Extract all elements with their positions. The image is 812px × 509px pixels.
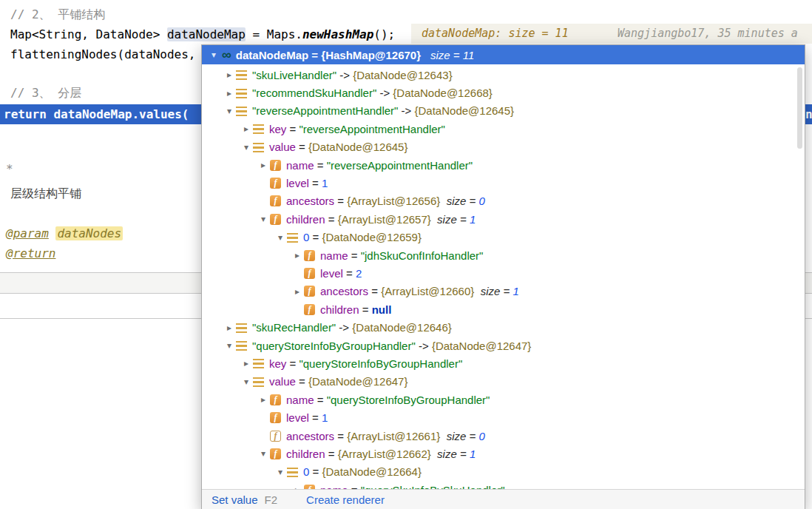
tree-row[interactable]: fchildren = null <box>202 300 805 318</box>
chevron-down-icon[interactable]: ▾ <box>223 340 236 351</box>
field-icon: f <box>270 160 281 171</box>
chevron-down-icon[interactable]: ▾ <box>207 50 220 60</box>
tree-row[interactable]: ▸"recommendSkuHandler" -> {DataNode@1266… <box>202 84 805 101</box>
tree-row-segment: {DataNode@12643} <box>353 69 453 81</box>
chevron-down-icon[interactable]: ▾ <box>274 467 287 477</box>
tree-row[interactable]: ▾"queryStoreInfoByGroupHandler" -> {Data… <box>202 337 805 354</box>
tree-row-segment: level <box>286 177 309 189</box>
tree-row[interactable]: ▾value = {DataNode@12647} <box>202 373 805 391</box>
tree-row-text: children = {ArrayList@12657} size = 1 <box>286 213 476 226</box>
code-fragment-right: n <box>805 104 812 124</box>
map-entry-icon <box>253 143 264 152</box>
tree-row-text: level = 1 <box>286 177 328 189</box>
map-entry-icon <box>236 70 247 80</box>
code-line-comment-3: // 3、 分层 <box>10 83 81 103</box>
tree-row-segment: {DataNode@12646} <box>352 321 452 334</box>
code-text: = Maps. <box>246 27 302 41</box>
chevron-right-icon[interactable]: ▸ <box>223 323 236 333</box>
tree-row[interactable]: ▸key = "queryStoreInfoByGroupHandler" <box>202 354 805 372</box>
map-entry-icon <box>236 323 247 333</box>
chevron-right-icon[interactable]: ▸ <box>291 250 304 260</box>
field-icon: f <box>304 304 315 315</box>
chevron-right-icon[interactable]: ▸ <box>291 485 304 489</box>
chevron-right-icon[interactable]: ▸ <box>257 160 270 170</box>
popup-header-row-selected[interactable]: ▾ ∞ dataNodeMap = {HashMap@12670} size =… <box>202 45 805 64</box>
tree-row-segment: key <box>269 123 286 135</box>
tree-row[interactable]: ▾"reverseAppointmentHandler" -> {DataNod… <box>202 102 805 120</box>
map-entry-icon <box>236 341 247 351</box>
create-renderer-link[interactable]: Create renderer <box>306 493 385 506</box>
tree-row-segment: 1 <box>470 213 476 226</box>
tree-row-text: ancestors = {ArrayList@12661} size = 0 <box>286 430 485 442</box>
map-entry-icon <box>253 359 264 368</box>
tree-row[interactable]: ▸fname = "reverseAppointmentHandler" <box>202 156 805 174</box>
tree-row-text: level = 2 <box>320 267 362 280</box>
tree-row-segment: = <box>343 267 356 280</box>
chevron-down-icon[interactable]: ▾ <box>274 232 287 243</box>
popup-footer: Set value F2 Create renderer <box>202 489 805 509</box>
chevron-right-icon[interactable]: ▸ <box>240 124 253 134</box>
tree-row-segment: 1 <box>470 448 476 460</box>
tree-row[interactable]: ▸fname = "queryStoreInfoByGroupHandler" <box>202 391 805 408</box>
tree-row-text: "reverseAppointmentHandler" -> {DataNode… <box>252 104 514 117</box>
tree-row-segment: -> <box>398 104 414 117</box>
javadoc-return-tag: @return <box>6 246 55 260</box>
tree-row-text: "recommendSkuHandler" -> {DataNode@12668… <box>252 87 493 99</box>
tree-row[interactable]: fancestors = {ArrayList@12656} size = 0 <box>202 192 805 210</box>
tree-row[interactable]: flevel = 2 <box>202 264 805 282</box>
tree-row-text: "skuLiveHandler" -> {DataNode@12643} <box>252 69 453 81</box>
set-value-link[interactable]: Set value <box>212 493 258 506</box>
tree-row-segment: = <box>314 394 327 406</box>
tree-row-segment: -> <box>336 321 352 334</box>
tree-row-segment: = <box>296 375 308 388</box>
tree-row-segment: {DataNode@12645} <box>308 141 408 153</box>
tree-row-segment: 1 <box>322 177 328 189</box>
tree-row-segment: {DataNode@12668} <box>393 87 493 99</box>
tree-row[interactable]: ▾0 = {DataNode@12664} <box>202 463 805 481</box>
tree-row[interactable]: ▾fchildren = {ArrayList@12662} size = 1 <box>202 445 805 462</box>
tree-row-segment: "queryStoreInfoByGroupHandler" <box>252 340 416 352</box>
chevron-right-icon[interactable]: ▸ <box>257 394 270 405</box>
tree-row-segment: "skuRecHandler" <box>252 321 336 334</box>
tree-row[interactable]: ▸key = "reverseAppointmentHandler" <box>202 120 805 138</box>
tree-row[interactable]: flevel = 1 <box>202 174 805 192</box>
javadoc-param-tag: @param <box>6 226 49 240</box>
tree-row[interactable]: ▸fancestors = {ArrayList@12660} size = 1 <box>202 283 805 300</box>
scrollbar[interactable] <box>797 67 802 149</box>
field-icon: f <box>270 178 281 189</box>
tree-row[interactable]: flevel = 1 <box>202 408 805 426</box>
evaluate-result-icon: ∞ <box>222 48 231 61</box>
tree-row-segment: size = <box>440 195 478 207</box>
chevron-right-icon[interactable]: ▸ <box>291 286 304 297</box>
chevron-right-icon[interactable]: ▸ <box>223 70 236 80</box>
map-entry-icon <box>253 377 264 387</box>
chevron-down-icon[interactable]: ▾ <box>240 377 253 387</box>
tree-row[interactable]: ▸fname = "querySkuInfoBySkuHandler" <box>202 481 805 489</box>
chevron-right-icon[interactable]: ▸ <box>223 88 236 98</box>
tree-row-segment: "reverseAppointmentHandler" <box>299 123 444 135</box>
chevron-down-icon[interactable]: ▾ <box>257 448 270 459</box>
javadoc-star: * <box>6 159 13 179</box>
tree-row-text: 0 = {DataNode@12659} <box>303 231 422 243</box>
tree-row-segment: "querySkuInfoBySkuHandler" <box>361 484 505 489</box>
tree-row[interactable]: ▸"skuLiveHandler" -> {DataNode@12643} <box>202 66 805 84</box>
debugger-inspect-popup: ▾ ∞ dataNodeMap = {HashMap@12670} size =… <box>201 44 805 509</box>
tree-row-segment: {DataNode@12664} <box>322 465 422 478</box>
chevron-down-icon[interactable]: ▾ <box>257 214 270 224</box>
tree-row[interactable]: ▾fchildren = {ArrayList@12657} size = 1 <box>202 210 805 228</box>
tree-row[interactable]: ▸"skuRecHandler" -> {DataNode@12646} <box>202 318 805 336</box>
chevron-right-icon[interactable]: ▸ <box>240 358 253 368</box>
debugger-inline-hint: dataNodeMap: size = 11 <box>422 24 569 44</box>
field-icon: f <box>270 412 281 423</box>
code-text: (); <box>373 27 395 41</box>
expression-name: dataNodeMap <box>236 49 308 61</box>
tree-row[interactable]: ▾value = {DataNode@12645} <box>202 138 805 156</box>
tree-row-segment: "skuLiveHandler" <box>252 69 336 81</box>
tree-row[interactable]: ▾0 = {DataNode@12659} <box>202 229 805 246</box>
tree-row[interactable]: ▸fname = "jdhSkuConfInfoHandler" <box>202 246 805 264</box>
tree-row-segment: value <box>269 375 296 388</box>
chevron-down-icon[interactable]: ▾ <box>240 142 253 152</box>
chevron-down-icon[interactable]: ▾ <box>223 106 236 116</box>
tree-row-segment: "recommendSkuHandler" <box>252 87 376 99</box>
tree-row[interactable]: fancestors = {ArrayList@12661} size = 0 <box>202 427 805 445</box>
